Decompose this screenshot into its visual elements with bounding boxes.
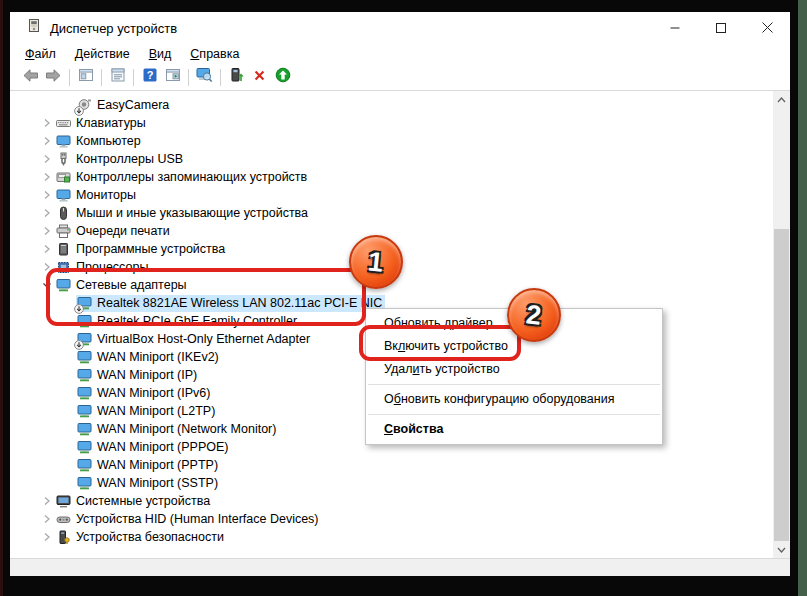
network-icon bbox=[77, 404, 92, 419]
properties-button[interactable] bbox=[106, 66, 129, 88]
tree-item[interactable]: WAN Miniport (PPTP) bbox=[10, 456, 773, 474]
tree-item[interactable]: WAN Miniport (SSTP) bbox=[10, 474, 773, 492]
tree-item-body[interactable]: Очереди печати bbox=[55, 223, 173, 240]
tree-item[interactable]: Компьютер bbox=[10, 132, 773, 150]
tree-item[interactable]: Мыши и иные указывающие устройства bbox=[10, 204, 773, 222]
tree-item-body[interactable]: EasyCamera bbox=[76, 97, 172, 114]
tree-item[interactable]: Очереди печати bbox=[10, 222, 773, 240]
tree-item[interactable]: Сетевые адаптеры bbox=[10, 276, 773, 294]
maximize-button[interactable] bbox=[698, 12, 744, 44]
tree-item-body[interactable]: Процессоры bbox=[55, 259, 151, 276]
tree-item-body[interactable]: Контроллеры запоминающих устройств bbox=[55, 169, 310, 186]
scan-hardware-button[interactable] bbox=[193, 66, 216, 88]
tree-item-body[interactable]: Клавиатуры bbox=[55, 115, 149, 132]
toolbar-separator bbox=[220, 69, 221, 86]
vertical-scrollbar[interactable] bbox=[773, 91, 790, 558]
chevron-collapsed-icon[interactable] bbox=[38, 151, 55, 167]
tree-item[interactable]: Процессоры bbox=[10, 258, 773, 276]
tree-item-body[interactable]: Устройства HID (Human Interface Devices) bbox=[55, 511, 322, 528]
context-menu-item[interactable]: Включить устройство bbox=[366, 335, 662, 358]
tree-item-label: WAN Miniport (SSTP) bbox=[97, 476, 218, 490]
scrollbar-thumb[interactable] bbox=[774, 229, 789, 541]
maximize-icon bbox=[716, 19, 726, 37]
context-menu-item[interactable]: Обновить конфигурацию оборудования bbox=[366, 388, 662, 411]
printer-icon bbox=[56, 224, 71, 239]
chevron-collapsed-icon[interactable] bbox=[38, 493, 55, 509]
tree-item-body[interactable]: WAN Miniport (IKEv2) bbox=[76, 349, 222, 366]
menubar: ФайлДействиеВидСправка bbox=[10, 44, 790, 64]
tree-item-label: EasyCamera bbox=[97, 98, 169, 112]
help-button[interactable]: ? bbox=[138, 66, 161, 88]
network-icon bbox=[77, 350, 92, 365]
tree-item[interactable]: Устройства безопасности bbox=[10, 528, 773, 546]
tree-item-label: VirtualBox Host-Only Ethernet Adapter bbox=[97, 332, 310, 346]
chevron-collapsed-icon[interactable] bbox=[38, 187, 55, 203]
close-button[interactable] bbox=[744, 12, 790, 44]
mouse-icon bbox=[56, 206, 71, 221]
tree-item-body[interactable]: Компьютер bbox=[55, 133, 144, 150]
tree-item[interactable]: Программные устройства bbox=[10, 240, 773, 258]
tree-item-body[interactable]: WAN Miniport (SSTP) bbox=[76, 475, 221, 492]
chevron-collapsed-icon[interactable] bbox=[38, 133, 55, 149]
chevron-collapsed-icon[interactable] bbox=[38, 169, 55, 185]
tree-item-body[interactable]: Системные устройства bbox=[55, 493, 213, 510]
tree-item[interactable]: Мониторы bbox=[10, 186, 773, 204]
tree-item-label: WAN Miniport (PPTP) bbox=[97, 458, 218, 472]
tree-item-body[interactable]: Мониторы bbox=[55, 187, 139, 204]
tree-item-body[interactable]: WAN Miniport (PPPOE) bbox=[76, 439, 232, 456]
device-manager-app-icon bbox=[26, 18, 42, 38]
tree-item-body[interactable]: Контроллеры USB bbox=[55, 151, 186, 168]
context-menu-item[interactable]: Свойства bbox=[366, 418, 662, 441]
chevron-collapsed-icon[interactable] bbox=[38, 259, 55, 275]
chevron-collapsed-icon[interactable] bbox=[38, 241, 55, 257]
chevron-collapsed-icon[interactable] bbox=[38, 205, 55, 221]
tree-item-label: WAN Miniport (PPPOE) bbox=[97, 440, 229, 454]
disable-device-button[interactable] bbox=[248, 66, 271, 88]
tree-item-body[interactable]: WAN Miniport (PPTP) bbox=[76, 457, 221, 474]
tree-item-body[interactable]: Сетевые адаптеры bbox=[55, 277, 190, 294]
right-edge-strip bbox=[798, 0, 807, 596]
tree-item-body[interactable]: Мыши и иные указывающие устройства bbox=[55, 205, 311, 222]
scrollbar-down-icon[interactable] bbox=[773, 541, 790, 558]
network-icon bbox=[77, 296, 92, 311]
back-arrow-button[interactable] bbox=[19, 66, 42, 88]
tree-item-label: Системные устройства bbox=[76, 494, 210, 508]
forward-arrow-button[interactable] bbox=[42, 66, 65, 88]
tree-item-body[interactable]: WAN Miniport (IPv6) bbox=[76, 385, 213, 402]
left-edge-strip bbox=[0, 0, 3, 596]
action-pane-button[interactable] bbox=[161, 66, 184, 88]
tree-item-body[interactable]: WAN Miniport (Network Monitor) bbox=[76, 421, 279, 438]
context-menu-item[interactable]: Удалить устройство bbox=[366, 358, 662, 381]
tree-item-body[interactable]: Realtek PCIe GbE Family Controller bbox=[76, 313, 300, 330]
chevron-collapsed-icon[interactable] bbox=[38, 223, 55, 239]
tree-item[interactable]: Клавиатуры bbox=[10, 114, 773, 132]
menu-1[interactable]: Действие bbox=[75, 45, 130, 63]
chevron-collapsed-icon[interactable] bbox=[38, 529, 55, 545]
chevron-collapsed-icon[interactable] bbox=[38, 115, 55, 131]
chevron-expanded-icon[interactable] bbox=[38, 277, 55, 293]
tree-item-body[interactable]: Программные устройства bbox=[55, 241, 228, 258]
back-arrow-icon bbox=[22, 68, 39, 87]
tree-item[interactable]: Устройства HID (Human Interface Devices) bbox=[10, 510, 773, 528]
network-icon bbox=[77, 332, 92, 347]
menu-2[interactable]: Вид bbox=[149, 45, 172, 63]
tree-item-body[interactable]: WAN Miniport (L2TP) bbox=[76, 403, 218, 420]
console-tree-button[interactable] bbox=[74, 66, 97, 88]
context-menu: Обновить драйверВключить устройствоУдали… bbox=[365, 308, 663, 445]
tree-item-body[interactable]: WAN Miniport (IP) bbox=[76, 367, 200, 384]
minimize-button[interactable] bbox=[652, 12, 698, 44]
menu-3[interactable]: Справка bbox=[190, 45, 239, 63]
chevron-collapsed-icon[interactable] bbox=[38, 511, 55, 527]
enable-device-button[interactable] bbox=[225, 66, 248, 88]
menu-0[interactable]: Файл bbox=[25, 45, 56, 63]
tree-item[interactable]: Контроллеры USB bbox=[10, 150, 773, 168]
tree-item-body[interactable]: Устройства безопасности bbox=[55, 529, 227, 546]
tree-item[interactable]: EasyCamera bbox=[10, 96, 773, 114]
tree-item-body[interactable]: VirtualBox Host-Only Ethernet Adapter bbox=[76, 331, 313, 348]
tree-item[interactable]: Системные устройства bbox=[10, 492, 773, 510]
tree-item-body[interactable]: Realtek 8821AE Wireless LAN 802.11ac PCI… bbox=[76, 295, 385, 312]
update-driver-button[interactable] bbox=[271, 66, 294, 88]
context-menu-item[interactable]: Обновить драйвер bbox=[366, 312, 662, 335]
scrollbar-up-icon[interactable] bbox=[773, 91, 790, 108]
tree-item[interactable]: Контроллеры запоминающих устройств bbox=[10, 168, 773, 186]
